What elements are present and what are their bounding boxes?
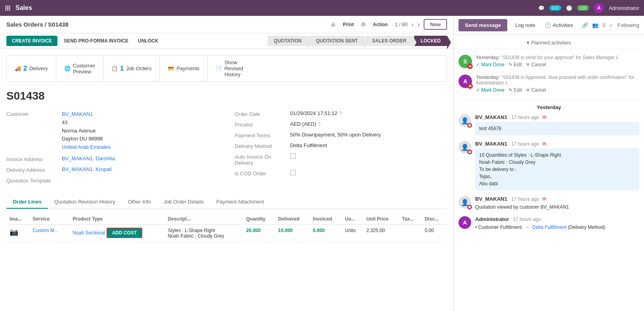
pipeline-step-locked[interactable]: LOCKED xyxy=(414,36,447,46)
customer-name[interactable]: BV_MAKAN1 xyxy=(62,110,111,119)
activity-for-2: for xyxy=(629,75,634,80)
pipeline: QUOTATION QUOTATION SENT SALES ORDER LOC… xyxy=(268,36,447,46)
smart-btn-revised-history[interactable]: 📄 ShowRevisedHistory xyxy=(208,56,251,81)
delta-fulfillment-link[interactable]: Delta Fulfillment xyxy=(532,225,566,230)
revised-history-icon: 📄 xyxy=(216,65,222,71)
message-time-4: · 17 hours ago xyxy=(510,217,541,222)
field-payment-terms-value: 50% Downpayment, 50% upon Delivery xyxy=(290,132,381,138)
delivery-method-label: (Delivery Method) xyxy=(568,225,606,230)
order-id: S01438 xyxy=(6,90,447,102)
field-delivery-label: Delivery Address xyxy=(6,166,62,173)
order-lines-table: Ima... Service Product Type Descript... … xyxy=(6,214,447,242)
send-proforma-button[interactable]: SEND PRO-FORMA INVOICE xyxy=(61,36,132,46)
activity-body-1: Yesterday: "S01438 is send for your appr… xyxy=(476,55,639,68)
field-delivery-value[interactable]: BV_MAKAN1, Krupali xyxy=(62,166,112,173)
field-payment-terms: Payment Terms 50% Downpayment, 50% upon … xyxy=(235,132,447,138)
clock-icon: 🕐 xyxy=(566,5,572,11)
customer-addr3: Dayton DU 98998 xyxy=(62,135,111,143)
top-nav-right: 💬 103 🕐 130 A Administrator xyxy=(538,3,639,13)
field-invoice-value[interactable]: BV_MAKAN1, Darshita xyxy=(62,156,115,162)
tab-quotation-revision[interactable]: Quotation Revision History xyxy=(48,196,122,209)
app-name: Sales xyxy=(15,4,32,12)
message-time-1: · 17 hours ago xyxy=(509,114,539,120)
edit-2[interactable]: ✎ Edit xyxy=(508,87,522,93)
tab-other-info[interactable]: Other Info xyxy=(122,196,157,209)
activities-button[interactable]: 🕐 Activities xyxy=(543,19,575,31)
delivery-count: 2 xyxy=(23,65,27,72)
print-button[interactable]: Print xyxy=(340,19,357,30)
pipeline-step-quotation-sent[interactable]: QUOTATION SENT xyxy=(310,36,364,46)
activity-avatar-1: S ✉ xyxy=(459,55,472,68)
separator-1 xyxy=(459,99,639,100)
cell-disc: 0.00 xyxy=(422,224,447,242)
activity-for-1: for Sales Manager xyxy=(576,55,615,60)
unlock-button[interactable]: UNLOCK xyxy=(135,36,161,46)
followers-count: 3 xyxy=(602,22,605,28)
message-day-header: Yesterday xyxy=(459,104,639,110)
edit-1[interactable]: ✎ Edit xyxy=(508,62,522,67)
cancel-2[interactable]: ✕ Cancel xyxy=(526,87,546,93)
notification-badge-2[interactable]: 130 xyxy=(577,5,589,11)
col-uom: Uo... xyxy=(342,214,363,225)
tabs-bar: Order Lines Quotation Revision History O… xyxy=(6,196,447,209)
product-type-value[interactable]: Noah Sectional xyxy=(73,230,105,236)
customer-country[interactable]: United Arab Emirates xyxy=(62,143,111,152)
cell-tax xyxy=(399,224,421,242)
chat-icon: 💬 xyxy=(538,5,545,11)
smart-btn-job-orders[interactable]: 📋 1 Job Orders xyxy=(103,56,160,81)
payments-label: Payments xyxy=(176,65,199,71)
delivery-icon: 🚚 xyxy=(15,65,21,71)
tab-job-order-details[interactable]: Job Order Details xyxy=(157,196,210,209)
col-invoiced: Invoiced xyxy=(310,214,342,225)
service-value[interactable]: Custom M... xyxy=(32,228,58,233)
activity-meta-1: Yesterday: "S01438 is send for your appr… xyxy=(476,55,639,60)
smart-btn-delivery[interactable]: 🚚 2 Delivery xyxy=(7,56,56,81)
job-orders-count: 1 xyxy=(120,65,124,72)
field-payment-terms-label: Payment Terms xyxy=(235,132,290,138)
email-icon-1: ✉ xyxy=(542,114,547,120)
message-body-1: BV_MAKAN1 · 17 hours ago ✉ test 45678 xyxy=(475,114,639,135)
cell-image: 📷 xyxy=(6,224,29,242)
cancel-1[interactable]: ✕ Cancel xyxy=(526,62,546,67)
new-button[interactable]: New xyxy=(424,19,447,30)
action-button[interactable]: Action xyxy=(370,19,391,30)
auto-invoice-checkbox[interactable] xyxy=(290,153,296,159)
prev-button[interactable]: ‹ xyxy=(412,21,414,28)
pipeline-step-quotation[interactable]: QUOTATION xyxy=(268,36,308,46)
msg-badge-3 xyxy=(467,205,472,209)
smart-btn-customer-preview[interactable]: 🌐 CustomerPreview xyxy=(56,56,103,81)
cell-invoiced: 0.000 xyxy=(310,224,342,242)
customer-addr2: Norma Avenue xyxy=(62,127,111,135)
col-description: Descript... xyxy=(164,214,243,225)
tab-order-lines[interactable]: Order Lines xyxy=(6,196,48,209)
activity-time-2: Yesterday: xyxy=(476,75,500,80)
cell-description: Styles : L-Shape RightNoah Fabric : Clou… xyxy=(164,224,243,242)
is-cod-checkbox[interactable] xyxy=(290,170,296,175)
app-grid-icon[interactable]: ⊞ xyxy=(5,4,11,12)
cell-delivered: 10.000 xyxy=(275,224,310,242)
field-auto-invoice-label: Auto Invoice On Delivery xyxy=(235,153,290,166)
message-time-3: · 17 hours ago xyxy=(509,196,539,202)
log-note-button[interactable]: Log note xyxy=(510,19,540,31)
content-area: 🚚 2 Delivery 🌐 CustomerPreview 📋 1 Job O… xyxy=(0,49,453,311)
table-row: 📷 Custom M... Noah Sectional ADD COST xyxy=(6,224,447,242)
field-is-cod-label: Is COD Order xyxy=(235,170,290,177)
message-header-1: BV_MAKAN1 · 17 hours ago ✉ xyxy=(475,114,639,120)
field-quotation-template-label: Quotation Template xyxy=(6,177,62,184)
tab-payment-attachment[interactable]: Payment Attachment xyxy=(210,196,270,209)
next-button[interactable]: › xyxy=(418,21,420,28)
user-avatar[interactable]: A xyxy=(594,3,604,13)
field-customer-value: BV_MAKAN1 43 Norma Avenue Dayton DU 9899… xyxy=(62,110,111,152)
mark-done-1[interactable]: ✓ Mark Done xyxy=(476,62,504,67)
smart-btn-payments[interactable]: 💳 Payments xyxy=(160,56,208,81)
col-unit-price: Unit Price xyxy=(363,214,399,225)
notification-badge-1[interactable]: 103 xyxy=(549,5,561,11)
activity-body-2: Yesterday: "S01438 is Approved. Now proc… xyxy=(476,75,639,93)
mark-done-2[interactable]: ✓ Mark Done xyxy=(476,87,504,93)
add-cost-button[interactable]: ADD COST xyxy=(107,228,143,238)
field-auto-invoice: Auto Invoice On Delivery xyxy=(235,153,447,166)
send-message-button[interactable]: Send message xyxy=(459,19,507,31)
pipeline-step-sales-order[interactable]: SALES ORDER xyxy=(366,36,413,46)
activity-item-1: S ✉ Yesterday: "S01438 is send for your … xyxy=(459,55,639,68)
create-invoice-button[interactable]: CREATE INVOICE xyxy=(6,36,57,46)
